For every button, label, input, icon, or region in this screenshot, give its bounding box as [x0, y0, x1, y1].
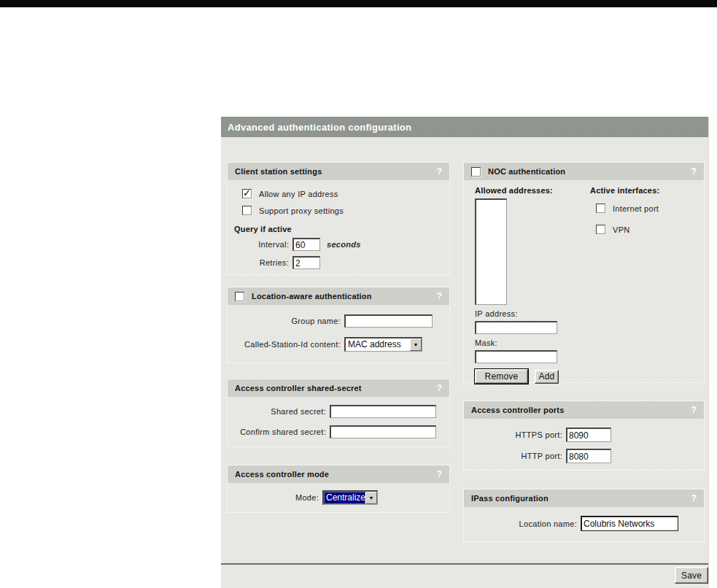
- interval-input[interactable]: [292, 238, 320, 251]
- help-icon[interactable]: ?: [691, 166, 697, 177]
- vpn-checkbox[interactable]: [596, 225, 605, 234]
- help-icon[interactable]: ?: [436, 291, 442, 301]
- panel-location-aware-body: Group name: Called-Station-Id content: M…: [228, 314, 449, 352]
- help-icon[interactable]: ?: [691, 405, 697, 415]
- shared-secret-label: Shared secret:: [228, 407, 330, 416]
- shared-secret-input[interactable]: [330, 405, 436, 418]
- https-port-input[interactable]: [566, 428, 611, 442]
- mode-value: Centralized: [324, 492, 365, 504]
- panel-location-aware-header: Location-aware authentication ?: [228, 287, 449, 305]
- panel-ports-body: HTTPS port: HTTP port:: [464, 428, 704, 463]
- internet-port-label: Internet port: [613, 204, 659, 213]
- panel-noc-header: NOC authentication ?: [464, 163, 704, 180]
- http-port-input[interactable]: [566, 449, 611, 463]
- chevron-down-icon[interactable]: ▼: [365, 492, 377, 504]
- interval-unit-label: seconds: [327, 240, 361, 249]
- allowed-addresses-label: Allowed addresses:: [475, 186, 559, 195]
- panel-access-controller-ports: Access controller ports ? HTTPS port: HT…: [463, 401, 705, 471]
- panel-access-controller-mode: Access controller mode ? Mode: Centraliz…: [227, 465, 450, 513]
- location-name-label: Location name:: [464, 519, 581, 528]
- called-station-id-value: MAC address: [346, 339, 410, 351]
- confirm-shared-secret-label: Confirm shared secret:: [228, 428, 330, 436]
- internet-port-checkbox[interactable]: [596, 204, 605, 213]
- advanced-auth-config-window: Advanced authentication configuration Cl…: [221, 117, 709, 588]
- panel-ipass-body: Location name:: [464, 516, 704, 531]
- location-aware-enable-checkbox[interactable]: [235, 292, 244, 301]
- mask-label: Mask:: [475, 339, 497, 347]
- help-icon[interactable]: ?: [691, 493, 697, 503]
- confirm-shared-secret-input[interactable]: [330, 425, 436, 438]
- help-icon[interactable]: ?: [436, 469, 442, 479]
- panel-ports-header: Access controller ports ?: [464, 401, 704, 419]
- checkmark-icon: ✓: [243, 187, 251, 198]
- allowed-addresses-listbox[interactable]: [475, 198, 507, 305]
- mode-label: Mode:: [228, 493, 322, 502]
- panel-client-station-title: Client station settings: [235, 167, 322, 176]
- support-proxy-checkbox[interactable]: [242, 206, 252, 215]
- panel-ports-title: Access controller ports: [471, 406, 564, 414]
- save-button[interactable]: Save: [675, 567, 708, 584]
- ip-address-input[interactable]: [475, 321, 557, 334]
- help-icon[interactable]: ?: [436, 383, 442, 393]
- allow-any-ip-label: Allow any IP address: [259, 190, 338, 198]
- panel-shared-secret-body: Shared secret: Confirm shared secret:: [228, 405, 449, 438]
- retries-label: Retries:: [228, 258, 292, 267]
- interval-label: Interval:: [228, 240, 292, 249]
- panel-shared-secret-title: Access controller shared-secret: [235, 384, 362, 392]
- vpn-label: VPN: [613, 225, 630, 234]
- panel-location-aware-title: Location-aware authentication: [252, 292, 372, 301]
- allow-any-ip-checkbox[interactable]: ✓: [242, 189, 252, 198]
- panel-client-station-settings: Client station settings ? ✓ Allow any IP…: [227, 162, 450, 275]
- called-station-id-label: Called-Station-Id content:: [228, 340, 344, 349]
- help-icon[interactable]: ?: [436, 166, 442, 177]
- panel-mode-header: Access controller mode ?: [228, 465, 449, 483]
- panel-client-station-header: Client station settings ?: [228, 163, 449, 180]
- mask-input[interactable]: [475, 350, 557, 363]
- page-title: Advanced authentication configuration: [228, 122, 411, 133]
- retries-input[interactable]: [292, 256, 320, 269]
- footer-separator: [221, 563, 708, 565]
- mode-dropdown[interactable]: Centralized ▼: [322, 490, 378, 505]
- group-name-label: Group name:: [228, 317, 344, 325]
- panel-ipass-header: IPass configuration ?: [464, 490, 704, 507]
- panel-shared-secret-header: Access controller shared-secret ?: [228, 379, 449, 397]
- http-port-label: HTTP port:: [464, 452, 566, 460]
- panel-mode-body: Mode: Centralized ▼: [228, 490, 449, 505]
- panel-noc-title: NOC authentication: [488, 167, 565, 176]
- https-port-label: HTTPS port:: [464, 430, 566, 439]
- panel-shared-secret: Access controller shared-secret ? Shared…: [227, 379, 450, 447]
- called-station-id-dropdown[interactable]: MAC address ▼: [344, 337, 422, 352]
- remove-button[interactable]: Remove: [475, 369, 528, 384]
- page-title-bar: Advanced authentication configuration: [221, 117, 708, 137]
- top-black-bar: [0, 0, 717, 7]
- ip-address-label: IP address:: [475, 309, 518, 318]
- support-proxy-label: Support proxy settings: [259, 206, 344, 215]
- query-if-active-label: Query if active: [234, 225, 449, 233]
- panel-mode-title: Access controller mode: [235, 470, 329, 479]
- panel-ipass-configuration: IPass configuration ? Location name:: [463, 489, 705, 542]
- group-name-input[interactable]: [344, 314, 433, 328]
- noc-enable-checkbox[interactable]: [471, 167, 481, 177]
- panel-ipass-title: IPass configuration: [471, 494, 549, 503]
- panel-client-station-body: ✓ Allow any IP address Support proxy set…: [228, 189, 449, 269]
- panel-noc-body: Allowed addresses: IP address: Mask: Rem…: [464, 180, 704, 384]
- panel-location-aware: Location-aware authentication ? Group na…: [227, 287, 450, 363]
- chevron-down-icon[interactable]: ▼: [410, 339, 422, 351]
- panel-noc-authentication: NOC authentication ? Allowed addresses: …: [463, 162, 705, 383]
- add-button[interactable]: Add: [535, 370, 559, 384]
- active-interfaces-label: Active interfaces:: [590, 186, 659, 195]
- location-name-input[interactable]: [581, 516, 678, 531]
